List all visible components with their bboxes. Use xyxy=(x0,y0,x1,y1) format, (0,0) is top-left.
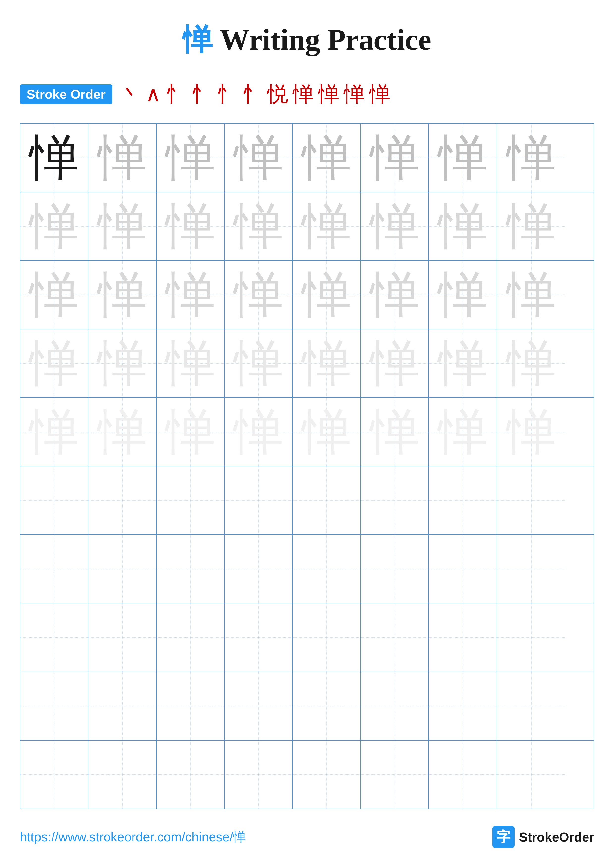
grid-cell-7-5[interactable] xyxy=(361,603,429,671)
grid-cell-8-7[interactable] xyxy=(497,672,565,740)
grid-cell-5-6[interactable] xyxy=(429,467,497,535)
grid-cell-2-0[interactable]: 惮 xyxy=(20,261,89,329)
grid-cell-7-3[interactable] xyxy=(225,603,293,671)
grid-cell-6-3[interactable] xyxy=(225,535,293,603)
grid-cell-0-1[interactable]: 惮 xyxy=(89,124,157,192)
grid-cell-2-7[interactable]: 惮 xyxy=(497,261,565,329)
grid-cell-7-4[interactable] xyxy=(293,603,361,671)
grid-cell-1-7[interactable]: 惮 xyxy=(497,192,565,260)
grid-row-0[interactable]: 惮惮惮惮惮惮惮惮 xyxy=(20,124,594,192)
grid-row-3[interactable]: 惮惮惮惮惮惮惮惮 xyxy=(20,329,594,398)
grid-cell-3-5[interactable]: 惮 xyxy=(361,329,429,397)
grid-cell-3-4[interactable]: 惮 xyxy=(293,329,361,397)
grid-row-7[interactable] xyxy=(20,603,594,672)
grid-cell-0-0[interactable]: 惮 xyxy=(20,124,89,192)
grid-cell-8-3[interactable] xyxy=(225,672,293,740)
grid-row-4[interactable]: 惮惮惮惮惮惮惮惮 xyxy=(20,398,594,467)
grid-row-5[interactable] xyxy=(20,467,594,535)
title-text: Writing Practice xyxy=(212,23,431,56)
grid-cell-8-1[interactable] xyxy=(89,672,157,740)
grid-cell-6-1[interactable] xyxy=(89,535,157,603)
grid-cell-2-5[interactable]: 惮 xyxy=(361,261,429,329)
grid-cell-6-5[interactable] xyxy=(361,535,429,603)
cell-char: 惮 xyxy=(302,133,351,183)
grid-cell-7-7[interactable] xyxy=(497,603,565,671)
grid-cell-4-3[interactable]: 惮 xyxy=(225,398,293,466)
grid-cell-4-7[interactable]: 惮 xyxy=(497,398,565,466)
grid-cell-2-3[interactable]: 惮 xyxy=(225,261,293,329)
grid-row-1[interactable]: 惮惮惮惮惮惮惮惮 xyxy=(20,192,594,261)
grid-cell-9-0[interactable] xyxy=(20,741,89,809)
grid-cell-5-7[interactable] xyxy=(497,467,565,535)
grid-cell-9-1[interactable] xyxy=(89,741,157,809)
grid-cell-3-1[interactable]: 惮 xyxy=(89,329,157,397)
grid-cell-3-6[interactable]: 惮 xyxy=(429,329,497,397)
cell-char: 惮 xyxy=(234,407,283,457)
grid-cell-1-4[interactable]: 惮 xyxy=(293,192,361,260)
grid-cell-7-2[interactable] xyxy=(157,603,225,671)
grid-cell-7-6[interactable] xyxy=(429,603,497,671)
grid-cell-8-5[interactable] xyxy=(361,672,429,740)
grid-cell-0-7[interactable]: 惮 xyxy=(497,124,565,192)
grid-cell-9-6[interactable] xyxy=(429,741,497,809)
grid-cell-2-4[interactable]: 惮 xyxy=(293,261,361,329)
cell-char: 惮 xyxy=(166,339,215,388)
grid-cell-4-4[interactable]: 惮 xyxy=(293,398,361,466)
grid-cell-5-4[interactable] xyxy=(293,467,361,535)
grid-cell-8-2[interactable] xyxy=(157,672,225,740)
grid-cell-4-5[interactable]: 惮 xyxy=(361,398,429,466)
grid-cell-3-3[interactable]: 惮 xyxy=(225,329,293,397)
grid-cell-7-1[interactable] xyxy=(89,603,157,671)
grid-cell-1-0[interactable]: 惮 xyxy=(20,192,89,260)
grid-row-6[interactable] xyxy=(20,535,594,603)
grid-cell-5-1[interactable] xyxy=(89,467,157,535)
grid-cell-4-2[interactable]: 惮 xyxy=(157,398,225,466)
cell-char: 惮 xyxy=(166,407,215,457)
grid-cell-1-5[interactable]: 惮 xyxy=(361,192,429,260)
grid-cell-0-2[interactable]: 惮 xyxy=(157,124,225,192)
grid-row-8[interactable] xyxy=(20,672,594,741)
grid-cell-6-7[interactable] xyxy=(497,535,565,603)
grid-row-9[interactable] xyxy=(20,741,594,809)
grid-cell-2-6[interactable]: 惮 xyxy=(429,261,497,329)
grid-cell-3-7[interactable]: 惮 xyxy=(497,329,565,397)
cell-char: 惮 xyxy=(370,339,420,388)
footer-url[interactable]: https://www.strokeorder.com/chinese/惮 xyxy=(20,828,246,846)
grid-cell-5-5[interactable] xyxy=(361,467,429,535)
grid-cell-5-0[interactable] xyxy=(20,467,89,535)
grid-row-2[interactable]: 惮惮惮惮惮惮惮惮 xyxy=(20,261,594,329)
grid-cell-5-3[interactable] xyxy=(225,467,293,535)
grid-cell-1-1[interactable]: 惮 xyxy=(89,192,157,260)
grid-cell-1-2[interactable]: 惮 xyxy=(157,192,225,260)
grid-cell-8-6[interactable] xyxy=(429,672,497,740)
grid-cell-3-2[interactable]: 惮 xyxy=(157,329,225,397)
grid-cell-2-1[interactable]: 惮 xyxy=(89,261,157,329)
grid-cell-8-4[interactable] xyxy=(293,672,361,740)
grid-cell-1-3[interactable]: 惮 xyxy=(225,192,293,260)
grid-cell-6-2[interactable] xyxy=(157,535,225,603)
grid-cell-1-6[interactable]: 惮 xyxy=(429,192,497,260)
grid-cell-0-3[interactable]: 惮 xyxy=(225,124,293,192)
grid-cell-9-3[interactable] xyxy=(225,741,293,809)
stroke-sequence: 丶 ∧ 忄 忄 忄 忄 悦 惮 惮 惮 惮 xyxy=(120,80,390,108)
grid-cell-4-6[interactable]: 惮 xyxy=(429,398,497,466)
logo-icon: 字 xyxy=(493,826,515,848)
grid-cell-9-4[interactable] xyxy=(293,741,361,809)
grid-cell-9-5[interactable] xyxy=(361,741,429,809)
grid-cell-8-0[interactable] xyxy=(20,672,89,740)
grid-cell-6-0[interactable] xyxy=(20,535,89,603)
grid-cell-2-2[interactable]: 惮 xyxy=(157,261,225,329)
grid-cell-4-1[interactable]: 惮 xyxy=(89,398,157,466)
cell-char: 惮 xyxy=(370,270,420,320)
grid-cell-0-6[interactable]: 惮 xyxy=(429,124,497,192)
grid-cell-7-0[interactable] xyxy=(20,603,89,671)
grid-cell-0-5[interactable]: 惮 xyxy=(361,124,429,192)
grid-cell-5-2[interactable] xyxy=(157,467,225,535)
grid-cell-3-0[interactable]: 惮 xyxy=(20,329,89,397)
grid-cell-4-0[interactable]: 惮 xyxy=(20,398,89,466)
grid-cell-9-7[interactable] xyxy=(497,741,565,809)
grid-cell-6-4[interactable] xyxy=(293,535,361,603)
grid-cell-6-6[interactable] xyxy=(429,535,497,603)
grid-cell-9-2[interactable] xyxy=(157,741,225,809)
grid-cell-0-4[interactable]: 惮 xyxy=(293,124,361,192)
